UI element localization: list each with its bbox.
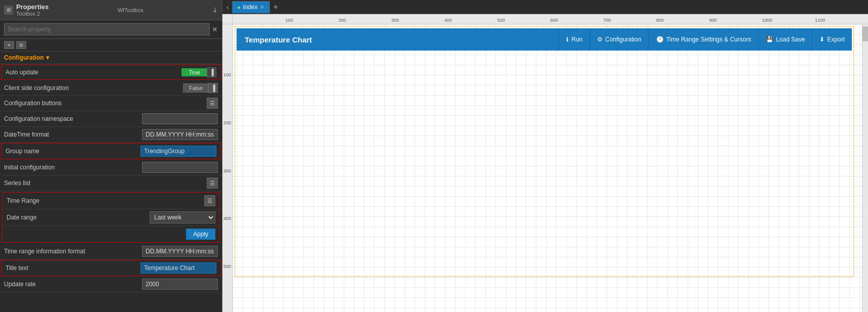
tab-close-button[interactable]: ✕ [260, 4, 264, 11]
ruler-tick-200: 200 [339, 18, 346, 23]
date-range-row: Date range Last week Last day Last hour … [3, 209, 219, 226]
client-side-config-row: Client side configuration False ▐ [0, 80, 222, 96]
datetime-format-input[interactable] [142, 129, 218, 140]
tab-bar: ‹ ● index ✕ + [222, 0, 868, 14]
date-range-select[interactable]: Last week Last day Last hour Last month … [150, 211, 215, 224]
export-icon: ⬇ [819, 36, 825, 43]
ruler-tick-1000: 1000 [762, 18, 772, 23]
config-buttons-label: Configuration buttons [4, 100, 207, 107]
ruler-tick-900: 900 [709, 18, 717, 23]
scrollbar-thumb-v[interactable] [862, 26, 868, 41]
time-range-icon-btn[interactable]: ☰ [204, 195, 215, 206]
series-list-icon-btn[interactable]: ☰ [207, 177, 218, 189]
search-input[interactable] [4, 23, 210, 35]
tab-label: index [243, 4, 258, 11]
ruler-tick-300: 300 [391, 18, 399, 23]
series-list-row: Series list ☰ [0, 175, 222, 191]
title-text-input[interactable] [141, 262, 216, 274]
initial-config-input[interactable] [142, 162, 218, 173]
series-list-value: ☰ [207, 177, 218, 189]
search-clear-button[interactable]: ✕ [212, 25, 218, 33]
auto-update-label: Auto update [6, 69, 181, 76]
gear-icon: ⚙ [597, 36, 603, 43]
ruler-left-200: 200 [223, 120, 231, 125]
ruler-tick-1100: 1100 [815, 18, 825, 23]
ruler-tick-400: 400 [444, 18, 452, 23]
time-range-info-format-label: Time range information format [4, 248, 142, 255]
update-rate-label: Update rate [4, 281, 142, 288]
scrollbar-vertical[interactable] [862, 24, 868, 312]
auto-update-row: Auto update True ▐ [1, 65, 221, 80]
sidebar-icon: ⊞ [4, 6, 13, 15]
auto-update-value: True ▐ [181, 67, 216, 77]
chart-header-bar: Temperature Chart ℹ Run ⚙ Configuration … [237, 28, 852, 51]
configuration-button[interactable]: ⚙ Configuration [589, 28, 648, 51]
wftoolbox-label: WfToolbox [117, 7, 143, 13]
download-icon[interactable]: ⤓ [212, 6, 218, 14]
tab-scroll-left[interactable]: ‹ [224, 3, 231, 11]
sidebar-title: Properties [16, 3, 49, 11]
ruler-left: 100 200 300 400 500 [222, 24, 233, 312]
config-dropdown-icon: ▾ [46, 54, 49, 61]
sidebar-subtitle: Toolbox 2 [16, 11, 49, 17]
ruler-tick-800: 800 [656, 18, 664, 23]
title-text-label: Title text [6, 264, 141, 272]
tab-index[interactable]: ● index ✕ [232, 1, 270, 13]
config-namespace-label: Configuration namespace [4, 115, 142, 122]
sidebar: ⊞ Properties Toolbox 2 WfToolbox ⤓ ✕ ≡ ⊞… [0, 0, 222, 312]
config-namespace-input[interactable] [142, 113, 218, 124]
ruler-tick-600: 600 [551, 18, 558, 23]
canvas-grid[interactable]: Temperature Chart ℹ Run ⚙ Configuration … [233, 24, 862, 312]
info-icon: ℹ [566, 36, 569, 43]
time-range-info-format-input[interactable] [142, 246, 218, 257]
time-range-label: Time Range [7, 197, 39, 204]
run-label: Run [571, 36, 582, 43]
load-save-button[interactable]: 💾 Load Save [758, 28, 812, 51]
list-view-button[interactable]: ≡ [4, 41, 14, 49]
ruler-left-100: 100 [223, 72, 231, 77]
grid-icon: ⊞ [7, 7, 11, 13]
update-rate-row: Update rate [0, 277, 222, 292]
run-button[interactable]: ℹ Run [559, 28, 589, 51]
ruler-top: 100 200 300 400 500 600 700 800 900 1000… [222, 14, 868, 24]
tab-add-button[interactable]: + [271, 3, 280, 12]
group-name-input[interactable] [141, 146, 216, 157]
apply-button[interactable]: Apply [186, 229, 215, 240]
group-name-label: Group name [6, 148, 141, 155]
time-range-header: Time Range ☰ [3, 193, 219, 209]
sidebar-title-group: Properties Toolbox 2 [16, 3, 49, 17]
config-buttons-icon-btn[interactable]: ☰ [207, 98, 218, 109]
tab-dot-icon: ● [238, 5, 241, 10]
auto-update-toggle[interactable]: True [181, 68, 207, 76]
view-icons-bar: ≡ ⊞ [0, 39, 222, 52]
sidebar-header: ⊞ Properties Toolbox 2 WfToolbox ⤓ [0, 0, 222, 20]
ruler-tick-500: 500 [497, 18, 505, 23]
auto-update-toggle-icon[interactable]: ▐ [207, 67, 216, 77]
series-list-label: Series list [4, 180, 207, 187]
config-buttons-row: Configuration buttons ☰ [0, 96, 222, 111]
save-icon: 💾 [766, 36, 773, 43]
ruler-tick-700: 700 [603, 18, 611, 23]
config-buttons-value: ☰ [207, 98, 218, 109]
canvas-area: 100 200 300 400 500 600 700 800 900 1000… [222, 14, 868, 312]
grid-view-button[interactable]: ⊞ [16, 41, 26, 49]
initial-config-row: Initial configuration [0, 160, 222, 175]
sidebar-header-left: ⊞ Properties Toolbox 2 [4, 3, 49, 17]
config-header[interactable]: Configuration ▾ [0, 52, 222, 64]
ruler-left-500: 500 [223, 264, 231, 269]
time-range-section: Time Range ☰ Date range Last week Last d… [2, 192, 220, 243]
config-namespace-row: Configuration namespace [0, 111, 222, 127]
client-side-toggle-icon[interactable]: ▐ [208, 83, 218, 93]
client-side-config-label: Client side configuration [4, 84, 183, 92]
export-label: Export [827, 36, 845, 43]
time-range-button[interactable]: 🕐 Time Range Settings & Cursors [649, 28, 758, 51]
title-text-row: Title text [1, 260, 221, 276]
search-container: ✕ [0, 20, 222, 39]
ruler-left-300: 300 [223, 168, 231, 173]
update-rate-input[interactable] [142, 279, 218, 290]
client-side-config-toggle[interactable]: False [183, 83, 208, 93]
time-range-info-format-row: Time range information format [0, 244, 222, 259]
export-button[interactable]: ⬇ Export [812, 28, 852, 51]
time-range-label-btn: Time Range Settings & Cursors [666, 36, 751, 43]
ruler-tick-100: 100 [286, 18, 293, 23]
